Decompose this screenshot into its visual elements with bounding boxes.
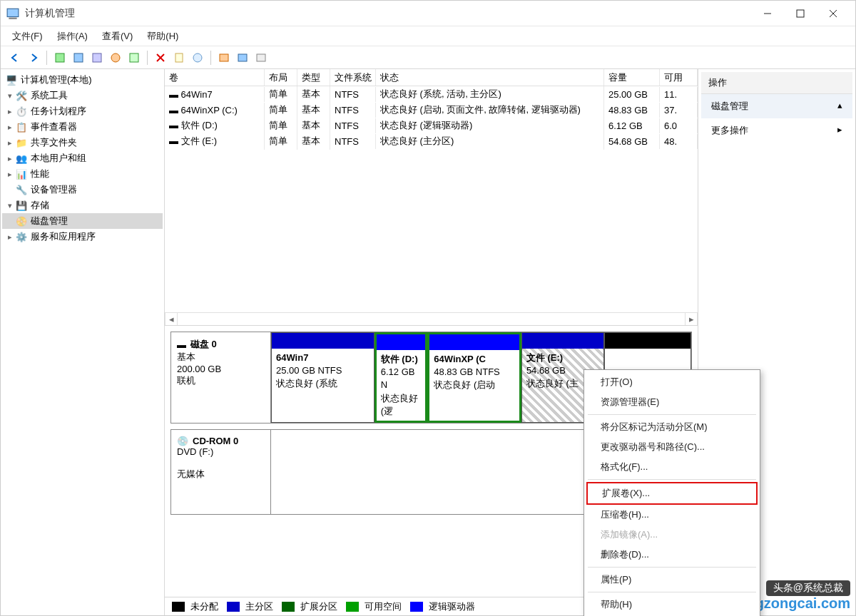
table-row[interactable]: ▬ 软件 (D:)简单基本NTFS状态良好 (逻辑驱动器)6.12 GB6.0 bbox=[165, 118, 698, 133]
volume-list-header[interactable]: 卷 布局 类型 文件系统 状态 容量 可用 bbox=[165, 69, 698, 86]
table-row[interactable]: ▬ 文件 (E:)简单基本NTFS状态良好 (主分区)54.68 GB48. bbox=[165, 133, 698, 149]
share-icon: 📁 bbox=[15, 136, 28, 149]
minimize-button[interactable] bbox=[751, 2, 784, 25]
menu-help[interactable]: 帮助(H) bbox=[141, 28, 184, 45]
storage-icon: 💾 bbox=[15, 199, 28, 212]
collapse-icon: ▴ bbox=[837, 100, 842, 113]
partition-software-d[interactable]: 软件 (D:)6.12 GB N状态良好 (逻 bbox=[374, 332, 428, 423]
actions-disk-mgmt[interactable]: 磁盘管理▴ bbox=[701, 94, 852, 118]
svg-point-9 bbox=[111, 53, 120, 62]
actions-title: 操作 bbox=[701, 72, 852, 94]
event-icon: 📋 bbox=[15, 120, 28, 133]
tree-event-viewer[interactable]: ▸📋事件查看器 bbox=[2, 119, 163, 135]
svg-rect-13 bbox=[220, 54, 228, 61]
expand-icon: ▸ bbox=[837, 124, 842, 137]
ctx-help[interactable]: 帮助(H) bbox=[586, 595, 758, 615]
ctx-format[interactable]: 格式化(F)... bbox=[586, 457, 758, 477]
svg-rect-8 bbox=[93, 53, 101, 62]
toolbar-btn-b[interactable] bbox=[234, 49, 251, 66]
titlebar: 计算机管理 bbox=[1, 1, 855, 26]
menu-action[interactable]: 操作(A) bbox=[51, 28, 93, 45]
forward-button[interactable] bbox=[25, 49, 42, 66]
tree-root[interactable]: 🖥️计算机管理(本地) bbox=[2, 72, 163, 88]
tree-disk-mgmt[interactable]: 📀磁盘管理 bbox=[2, 213, 163, 229]
toolbar-btn-a[interactable] bbox=[215, 49, 233, 66]
ctx-extend-volume[interactable]: 扩展卷(X)... bbox=[586, 482, 758, 505]
toolbar-btn-4[interactable] bbox=[107, 49, 124, 66]
computer-icon: 🖥️ bbox=[5, 73, 18, 86]
up-button[interactable] bbox=[51, 49, 68, 66]
svg-point-12 bbox=[193, 53, 202, 62]
col-layout[interactable]: 布局 bbox=[265, 69, 297, 86]
properties-button[interactable] bbox=[170, 49, 188, 66]
tree-shared-folders[interactable]: ▸📁共享文件夹 bbox=[2, 135, 163, 150]
tree-services-apps[interactable]: ▸⚙️服务和应用程序 bbox=[2, 229, 163, 245]
svg-rect-11 bbox=[175, 53, 183, 62]
tree-task-scheduler[interactable]: ▸⏱️任务计划程序 bbox=[2, 103, 163, 119]
menu-file[interactable]: 文件(F) bbox=[6, 28, 49, 45]
window-title: 计算机管理 bbox=[25, 7, 751, 20]
ctx-delete-volume[interactable]: 删除卷(D)... bbox=[586, 545, 758, 565]
refresh-button[interactable] bbox=[126, 49, 143, 66]
toolbar bbox=[1, 46, 855, 69]
tree-performance[interactable]: ▸📊性能 bbox=[2, 166, 163, 182]
legend-logical: 逻辑驱动器 bbox=[429, 600, 475, 613]
svg-rect-1 bbox=[9, 17, 16, 19]
legend-primary: 主分区 bbox=[245, 600, 273, 613]
toolbar-btn-2[interactable] bbox=[70, 49, 87, 66]
col-capacity[interactable]: 容量 bbox=[604, 69, 660, 86]
ctx-add-mirror: 添加镜像(A)... bbox=[586, 525, 758, 545]
disk-0-info[interactable]: ▬磁盘 0 基本 200.00 GB 联机 bbox=[171, 332, 271, 423]
disk-icon: ▬ bbox=[177, 339, 186, 350]
col-volume[interactable]: 卷 bbox=[165, 69, 265, 86]
svg-rect-10 bbox=[130, 53, 138, 62]
partition-64win7[interactable]: 64Win725.00 GB NTFS状态良好 (系统 bbox=[271, 332, 374, 423]
cdrom-info[interactable]: 💿CD-ROM 0 DVD (F:) 无媒体 bbox=[171, 430, 271, 514]
back-button[interactable] bbox=[6, 49, 24, 66]
col-free[interactable]: 可用 bbox=[660, 69, 698, 86]
perf-icon: 📊 bbox=[15, 168, 28, 180]
actions-more[interactable]: 更多操作▸ bbox=[701, 118, 852, 143]
users-icon: 👥 bbox=[15, 152, 28, 165]
svg-rect-15 bbox=[257, 54, 265, 61]
tree-device-manager[interactable]: 🔧设备管理器 bbox=[2, 182, 163, 197]
nav-tree[interactable]: 🖥️计算机管理(本地) ▾🛠️系统工具 ▸⏱️任务计划程序 ▸📋事件查看器 ▸📁… bbox=[1, 69, 165, 615]
tools-icon: 🛠️ bbox=[15, 89, 28, 102]
ctx-explorer[interactable]: 资源管理器(E) bbox=[586, 392, 758, 412]
delete-button[interactable] bbox=[152, 49, 169, 66]
toolbar-btn-3[interactable] bbox=[88, 49, 106, 66]
col-type[interactable]: 类型 bbox=[297, 69, 330, 86]
partition-64winxp-c[interactable]: 64WinXP (C48.83 GB NTFS状态良好 (启动 bbox=[427, 332, 521, 423]
app-icon bbox=[6, 7, 19, 20]
col-status[interactable]: 状态 bbox=[376, 69, 604, 86]
col-fs[interactable]: 文件系统 bbox=[330, 69, 376, 86]
table-row[interactable]: ▬ 64Win7简单基本NTFS状态良好 (系统, 活动, 主分区)25.00 … bbox=[165, 86, 698, 102]
ctx-change-letter[interactable]: 更改驱动器号和路径(C)... bbox=[586, 437, 758, 457]
svg-rect-6 bbox=[56, 53, 64, 62]
cdrom-icon: 💿 bbox=[177, 436, 188, 446]
services-icon: ⚙️ bbox=[15, 230, 28, 243]
close-button[interactable] bbox=[817, 2, 850, 25]
ctx-properties[interactable]: 属性(P) bbox=[586, 570, 758, 590]
volume-list[interactable]: 卷 布局 类型 文件系统 状态 容量 可用 ▬ 64Win7简单基本NTFS状态… bbox=[165, 69, 698, 326]
horizontal-scrollbar[interactable]: ◂▸ bbox=[165, 312, 698, 325]
svg-rect-14 bbox=[238, 54, 247, 61]
device-icon: 🔧 bbox=[15, 183, 28, 196]
maximize-button[interactable] bbox=[784, 2, 817, 25]
tree-system-tools[interactable]: ▾🛠️系统工具 bbox=[2, 88, 163, 103]
ctx-open[interactable]: 打开(O) bbox=[586, 372, 758, 392]
legend-extended: 扩展分区 bbox=[300, 600, 337, 613]
help-button[interactable] bbox=[189, 49, 206, 66]
watermark-badge: 头条@系统总裁 bbox=[766, 580, 850, 596]
toolbar-btn-c[interactable] bbox=[253, 49, 270, 66]
svg-rect-0 bbox=[7, 9, 19, 16]
ctx-mark-active[interactable]: 将分区标记为活动分区(M) bbox=[586, 417, 758, 437]
context-menu: 打开(O) 资源管理器(E) 将分区标记为活动分区(M) 更改驱动器号和路径(C… bbox=[584, 369, 760, 616]
menu-view[interactable]: 查看(V) bbox=[96, 28, 138, 45]
tree-storage[interactable]: ▾💾存储 bbox=[2, 197, 163, 213]
ctx-shrink-volume[interactable]: 压缩卷(H)... bbox=[586, 505, 758, 525]
disk-icon: 📀 bbox=[15, 215, 28, 227]
clock-icon: ⏱️ bbox=[15, 105, 28, 118]
table-row[interactable]: ▬ 64WinXP (C:)简单基本NTFS状态良好 (启动, 页面文件, 故障… bbox=[165, 102, 698, 118]
tree-local-users[interactable]: ▸👥本地用户和组 bbox=[2, 150, 163, 166]
